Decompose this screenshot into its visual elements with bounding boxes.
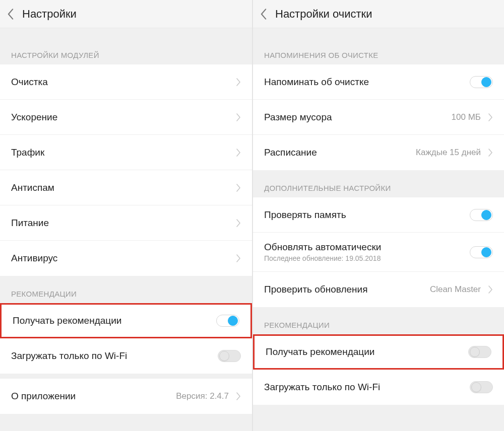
- topbar: Настройки очистки: [253, 0, 504, 28]
- content: НАПОМИНЕНИЯ ОБ ОЧИСТКЕ Напоминать об очи…: [253, 28, 504, 431]
- row-label: Напоминать об очистке: [264, 77, 470, 88]
- row-power[interactable]: Питание: [0, 205, 252, 241]
- row-trash-size[interactable]: Размер мусора 100 МБ: [253, 100, 504, 135]
- chevron-right-icon: [236, 392, 241, 400]
- recs-list: Получать рекомендации Загружать только п…: [0, 303, 252, 374]
- toggle-knob: [219, 351, 229, 361]
- section-header-recs: РЕКОМЕНДАЦИИ: [0, 276, 252, 303]
- chevron-right-icon: [488, 149, 493, 157]
- row-antivirus[interactable]: Антивирус: [0, 241, 252, 276]
- page-title: Настройки очистки: [275, 8, 372, 21]
- chevron-right-icon: [236, 113, 241, 121]
- row-label: Получать рекомендации: [13, 315, 216, 326]
- row-label: Расписание: [264, 147, 416, 158]
- toggle-knob: [481, 247, 491, 257]
- extra-list: Проверять память Обновлять автоматически…: [253, 197, 504, 307]
- chevron-right-icon: [236, 184, 241, 192]
- row-label: Очистка: [11, 77, 236, 88]
- row-about[interactable]: О приложении Версия: 2.4.7: [0, 379, 252, 414]
- row-wifi-only[interactable]: Загружать только по Wi-Fi: [0, 338, 252, 374]
- row-value: Версия: 2.4.7: [176, 391, 229, 401]
- row-text: Обновлять автоматически Последнее обновл…: [264, 242, 470, 262]
- row-label: Проверять память: [264, 209, 470, 221]
- page-title: Настройки: [22, 8, 77, 21]
- row-remind-cleanup[interactable]: Напоминать об очистке: [253, 64, 504, 100]
- spacer: [253, 28, 504, 37]
- row-label: Ускорение: [11, 112, 236, 123]
- reminders-list: Напоминать об очистке Размер мусора 100 …: [253, 64, 504, 170]
- toggle-receive-recs[interactable]: [216, 315, 239, 327]
- row-label: Обновлять автоматически: [264, 242, 470, 253]
- toggle-wifi-only[interactable]: [470, 381, 493, 393]
- toggle-knob: [228, 316, 238, 326]
- chevron-right-icon: [488, 113, 493, 121]
- screen-cleanup-settings: Настройки очистки НАПОМИНЕНИЯ ОБ ОЧИСТКЕ…: [252, 0, 504, 431]
- row-check-updates[interactable]: Проверить обновления Clean Master: [253, 272, 504, 307]
- row-traffic[interactable]: Трафик: [0, 135, 252, 170]
- row-label: Проверить обновления: [264, 284, 430, 295]
- toggle-auto-update[interactable]: [470, 246, 493, 258]
- toggle-check-memory[interactable]: [470, 209, 493, 221]
- row-label: Получать рекомендации: [266, 346, 468, 357]
- toggle-receive-recs[interactable]: [468, 346, 491, 358]
- spacer: [0, 28, 252, 37]
- row-wifi-only[interactable]: Загружать только по Wi-Fi: [253, 370, 504, 405]
- chevron-right-icon: [236, 219, 241, 227]
- toggle-wifi-only[interactable]: [218, 350, 241, 362]
- toggle-knob: [470, 347, 480, 357]
- row-boost[interactable]: Ускорение: [0, 100, 252, 135]
- back-icon[interactable]: [7, 9, 14, 20]
- row-label: Антивирус: [11, 253, 236, 264]
- row-value: 100 МБ: [452, 112, 481, 122]
- row-value: Clean Master: [430, 284, 481, 295]
- modules-list: Очистка Ускорение Трафик Антиспам Питани…: [0, 64, 252, 276]
- chevron-right-icon: [236, 254, 241, 262]
- row-label: Размер мусора: [264, 112, 452, 123]
- row-check-memory[interactable]: Проверять память: [253, 197, 504, 233]
- toggle-knob: [481, 77, 491, 87]
- section-header-recs: РЕКОМЕНДАЦИИ: [253, 307, 504, 334]
- toggle-remind[interactable]: [470, 76, 493, 88]
- row-auto-update[interactable]: Обновлять автоматически Последнее обновл…: [253, 233, 504, 272]
- row-label: Загружать только по Wi-Fi: [264, 382, 470, 393]
- row-label: Питание: [11, 218, 236, 229]
- toggle-knob: [481, 210, 491, 220]
- topbar: Настройки: [0, 0, 252, 28]
- spacer: [0, 374, 252, 379]
- toggle-knob: [471, 382, 481, 392]
- chevron-right-icon: [488, 285, 493, 294]
- section-header-reminders: НАПОМИНЕНИЯ ОБ ОЧИСТКЕ: [253, 37, 504, 64]
- chevron-right-icon: [236, 78, 241, 86]
- row-label: О приложении: [11, 391, 176, 402]
- recs-list: Получать рекомендации Загружать только п…: [253, 334, 504, 405]
- row-label: Загружать только по Wi-Fi: [11, 350, 218, 362]
- content: НАСТРОЙКИ МОДУЛЕЙ Очистка Ускорение Траф…: [0, 28, 252, 431]
- row-label: Антиспам: [11, 182, 236, 193]
- screen-settings: Настройки НАСТРОЙКИ МОДУЛЕЙ Очистка Уско…: [0, 0, 252, 431]
- section-header-extra: ДОПОЛНИТЕЛЬНЫЕ НАСТРОЙКИ: [253, 170, 504, 197]
- row-receive-recs[interactable]: Получать рекомендации: [253, 334, 504, 370]
- row-receive-recs[interactable]: Получать рекомендации: [0, 303, 252, 338]
- row-antispam[interactable]: Антиспам: [0, 170, 252, 205]
- back-icon[interactable]: [260, 9, 267, 20]
- row-value: Каждые 15 дней: [416, 148, 481, 158]
- row-schedule[interactable]: Расписание Каждые 15 дней: [253, 135, 504, 170]
- row-sub: Последнее обновление: 19.05.2018: [264, 254, 470, 262]
- row-cleanup[interactable]: Очистка: [0, 64, 252, 100]
- chevron-right-icon: [236, 149, 241, 157]
- row-label: Трафик: [11, 147, 236, 158]
- section-header-modules: НАСТРОЙКИ МОДУЛЕЙ: [0, 37, 252, 64]
